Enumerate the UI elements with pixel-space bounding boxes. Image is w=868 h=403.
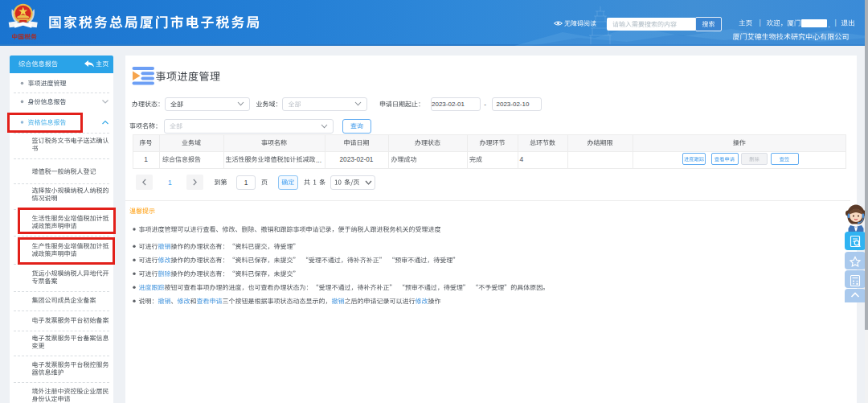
svg-text:|: | bbox=[834, 19, 836, 27]
svg-text:-: - bbox=[484, 101, 486, 108]
svg-text:|: | bbox=[759, 19, 760, 27]
svg-text:...: ... bbox=[316, 156, 321, 164]
svg-text:1: 1 bbox=[244, 179, 248, 187]
svg-text:.: . bbox=[828, 21, 830, 29]
svg-text:2023-02-10: 2023-02-10 bbox=[497, 101, 530, 108]
svg-text:2023-02-01: 2023-02-01 bbox=[340, 156, 374, 163]
svg-text:2023-02-01: 2023-02-01 bbox=[432, 101, 465, 108]
svg-text:1: 1 bbox=[168, 179, 172, 187]
svg-text:1: 1 bbox=[144, 155, 148, 163]
svg-text:4: 4 bbox=[520, 155, 524, 163]
